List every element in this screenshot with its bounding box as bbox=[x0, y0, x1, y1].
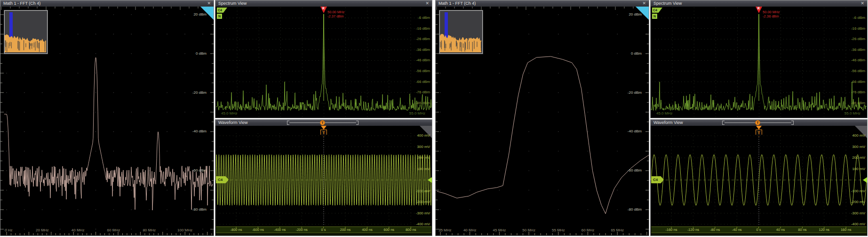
waveform-view-window: Waveform View T T C4 -800 ns-600 ns-400 … bbox=[215, 119, 432, 236]
spectrum-trace-canvas bbox=[651, 7, 867, 118]
fft-window-title: Math 1 - FFT (Ch 4) bbox=[3, 0, 40, 7]
close-icon[interactable]: ✕ bbox=[642, 0, 646, 7]
waveform-plot-area[interactable]: T C4 -160 ns-120 ns-80 ns-40 ns0 s40 ns8… bbox=[651, 126, 867, 236]
marker-frequency: 50.00 MHz bbox=[763, 10, 780, 14]
spectrum-titlebar[interactable]: Spectrum View ✕ bbox=[651, 0, 867, 7]
fft-plot-area[interactable]: 0 Hz20 MHz40 MHz60 MHz80 MHz100 MHz20 dB… bbox=[0, 7, 214, 236]
normal-trace-badge[interactable]: N bbox=[652, 14, 657, 19]
scrollbar-right-bracket bbox=[791, 121, 794, 125]
reference-marker-label: R bbox=[322, 7, 325, 10]
reference-marker-icon[interactable]: R bbox=[756, 7, 762, 13]
spectrum-view-window: Spectrum View ✕ C4 N R 50.00 MHz -2.38 d… bbox=[650, 0, 868, 118]
draw-a-box-zoom-icon[interactable] bbox=[200, 7, 214, 20]
scope-view-left: Math 1 - FFT (Ch 4) ✕ 0 Hz20 MHz40 MHz60… bbox=[0, 0, 433, 237]
oscilloscope-screen: Math 1 - FFT (Ch 4) ✕ 0 Hz20 MHz40 MHz60… bbox=[0, 0, 868, 237]
scrollbar-right-bracket bbox=[356, 121, 358, 125]
spectrum-title: Spectrum View bbox=[218, 0, 247, 7]
fft-preview-thumbnail[interactable] bbox=[439, 10, 483, 54]
spectrum-plot-area[interactable]: C4 N R 50.00 MHz -2.37 dBm -6 dBm-16 dBm… bbox=[215, 7, 432, 118]
fft-window-titlebar[interactable]: Math 1 - FFT (Ch 4) ✕ bbox=[436, 0, 649, 7]
spectrum-title: Spectrum View bbox=[653, 0, 682, 7]
waveform-trace-canvas bbox=[215, 126, 432, 236]
marker-readout: 50.00 MHz -2.37 dBm bbox=[327, 10, 344, 18]
zoom-corner-icon[interactable] bbox=[420, 126, 432, 138]
reference-marker-icon[interactable]: R bbox=[320, 7, 327, 13]
waveform-titlebar[interactable]: Waveform View T bbox=[651, 120, 867, 126]
normal-trace-badge[interactable]: N bbox=[217, 14, 222, 19]
expansion-point-icon[interactable] bbox=[756, 126, 762, 130]
marker-frequency: 50.00 MHz bbox=[327, 10, 344, 14]
horizontal-pan-scrollbar[interactable]: T bbox=[287, 121, 358, 125]
marker-amplitude: -2.38 dBm bbox=[763, 14, 780, 18]
waveform-trace-canvas bbox=[651, 126, 867, 236]
fft-thumbnail-graphic bbox=[440, 11, 481, 52]
waveform-view-window: Waveform View T T C4 -160 ns-120 ns-80 n… bbox=[650, 119, 868, 236]
close-icon[interactable]: ✕ bbox=[207, 0, 211, 7]
reference-marker-label: R bbox=[757, 7, 760, 10]
fft-window: Math 1 - FFT (Ch 4) ✕ 0 Hz20 MHz40 MHz60… bbox=[0, 0, 214, 236]
close-icon[interactable]: ✕ bbox=[860, 0, 864, 7]
trigger-position-indicator[interactable]: T bbox=[320, 120, 325, 125]
waveform-title: Waveform View bbox=[218, 120, 248, 126]
fft-window-titlebar[interactable]: Math 1 - FFT (Ch 4) ✕ bbox=[0, 0, 214, 7]
zoom-corner-icon[interactable] bbox=[855, 126, 867, 138]
waveform-titlebar[interactable]: Waveform View T bbox=[215, 120, 432, 126]
spectrum-plot-area[interactable]: C4 N R 50.00 MHz -2.38 dBm -6 dBm-16 dBm… bbox=[651, 7, 867, 118]
spectrum-titlebar[interactable]: Spectrum View ✕ bbox=[215, 0, 432, 7]
fft-window-title: Math 1 - FFT (Ch 4) bbox=[438, 0, 476, 7]
trigger-level-arrow-icon[interactable] bbox=[863, 177, 867, 183]
expansion-point-icon[interactable] bbox=[321, 126, 326, 130]
spectrum-view-window: Spectrum View ✕ C4 N R 50.00 MHz -2.37 d… bbox=[215, 0, 432, 118]
horizontal-pan-scrollbar[interactable]: T bbox=[722, 121, 794, 125]
waveform-plot-area[interactable]: T C4 -800 ns-600 ns-400 ns-200 ns0 s200 … bbox=[215, 126, 432, 236]
close-icon[interactable]: ✕ bbox=[425, 0, 429, 7]
marker-readout: 50.00 MHz -2.38 dBm bbox=[763, 10, 780, 18]
fft-preview-thumbnail[interactable] bbox=[4, 10, 48, 54]
waveform-title: Waveform View bbox=[653, 120, 683, 126]
scope-view-right: Math 1 - FFT (Ch 4) ✕ 35 MHz40 MHz45 MHz… bbox=[435, 0, 868, 237]
fft-window: Math 1 - FFT (Ch 4) ✕ 35 MHz40 MHz45 MHz… bbox=[435, 0, 649, 236]
fft-thumbnail-graphic bbox=[5, 11, 46, 52]
trigger-level-arrow-icon[interactable] bbox=[428, 177, 432, 183]
spectrum-trace-canvas bbox=[215, 7, 432, 118]
fft-plot-area[interactable]: 35 MHz40 MHz45 MHz50 MHz55 MHz60 MHz65 M… bbox=[436, 7, 649, 236]
draw-a-box-zoom-icon[interactable] bbox=[636, 7, 649, 20]
marker-amplitude: -2.37 dBm bbox=[327, 14, 344, 18]
trigger-position-indicator[interactable]: T bbox=[755, 120, 760, 125]
